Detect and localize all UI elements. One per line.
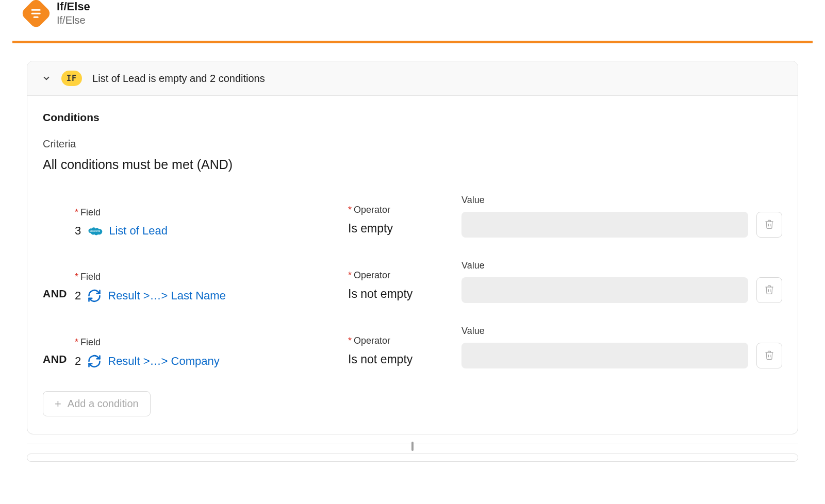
value-input[interactable] [461, 277, 748, 303]
if-branch-panel: IF List of Lead is empty and 2 condition… [27, 61, 798, 434]
plus-icon: + [55, 398, 61, 410]
condition-logic: AND [43, 288, 75, 303]
field-link[interactable]: Result >…> Last Name [108, 289, 226, 303]
operator-label: *Operator [348, 270, 461, 281]
step-subtitle: If/Else [57, 14, 90, 26]
value-label: Value [461, 326, 748, 337]
step-title: If/Else [57, 0, 90, 13]
value-input[interactable] [461, 212, 748, 238]
operator-value[interactable]: Is not empty [348, 352, 461, 368]
delete-condition-button[interactable] [756, 212, 782, 238]
source-step-number: 2 [75, 289, 81, 303]
condition-logic [43, 234, 75, 238]
condition-logic: AND [43, 353, 75, 368]
loop-icon [87, 354, 102, 368]
branch-body: Conditions Criteria All conditions must … [27, 96, 798, 434]
svg-text:salesforce: salesforce [90, 230, 101, 232]
value-label: Value [461, 195, 748, 206]
if-else-step-editor: If/Else If/Else IF List of Lead is empty… [0, 0, 825, 462]
criteria-label: Criteria [43, 138, 782, 150]
condition-row: AND *Field 2 Result >…> Company *Operato… [43, 326, 782, 368]
resize-divider[interactable] [27, 444, 798, 444]
trash-icon [764, 350, 774, 362]
value-label: Value [461, 260, 748, 271]
step-header: If/Else If/Else [12, 0, 813, 41]
add-condition-button[interactable]: + Add a condition [43, 391, 151, 416]
add-condition-label: Add a condition [68, 398, 139, 410]
condition-row: *Field 3 salesforce List of Lead *Operat… [43, 195, 782, 238]
if-badge: IF [61, 71, 82, 86]
field-label: *Field [75, 207, 348, 218]
operator-label: *Operator [348, 335, 461, 346]
operator-label: *Operator [348, 205, 461, 215]
drag-handle-icon[interactable] [411, 442, 414, 451]
field-link[interactable]: Result >…> Company [108, 355, 219, 368]
salesforce-icon: salesforce [87, 225, 103, 237]
source-step-number: 3 [75, 224, 81, 238]
criteria-value[interactable]: All conditions must be met (AND) [43, 157, 782, 172]
source-step-number: 2 [75, 355, 81, 368]
operator-value[interactable]: Is empty [348, 222, 461, 238]
field-link[interactable]: List of Lead [109, 224, 168, 238]
field-label: *Field [75, 272, 348, 282]
collapsed-branch-row[interactable] [27, 453, 798, 462]
chevron-down-icon[interactable] [42, 74, 51, 83]
delete-condition-button[interactable] [756, 277, 782, 303]
conditions-heading: Conditions [43, 111, 782, 124]
accent-divider [12, 41, 813, 43]
delete-condition-button[interactable] [756, 343, 782, 368]
field-label: *Field [75, 337, 348, 348]
branch-summary: List of Lead is empty and 2 conditions [92, 73, 265, 85]
operator-value[interactable]: Is not empty [348, 287, 461, 303]
trash-icon [764, 284, 774, 296]
condition-row: AND *Field 2 Result >…> Last Name *Opera… [43, 260, 782, 303]
value-input[interactable] [461, 343, 748, 368]
if-else-icon [20, 0, 52, 29]
branch-header[interactable]: IF List of Lead is empty and 2 condition… [27, 61, 798, 96]
trash-icon [764, 219, 774, 231]
loop-icon [87, 289, 102, 303]
